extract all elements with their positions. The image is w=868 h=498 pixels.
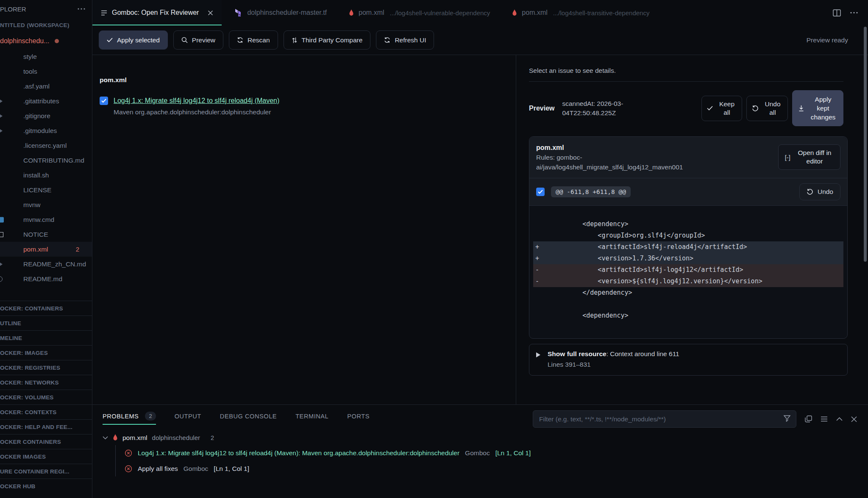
file-item[interactable]: mvnw.cmd xyxy=(0,212,92,227)
tab-pom-xml-vulnerable[interactable]: pom.xml .../log4shell-vulnerable-depende… xyxy=(340,0,498,25)
more-actions-icon[interactable] xyxy=(78,8,85,10)
tab-label: pom.xml xyxy=(522,9,547,17)
hunk-checkbox[interactable] xyxy=(536,188,545,196)
file-item[interactable]: .gitignore xyxy=(0,108,92,123)
tab-problems[interactable]: PROBLEMS 2 xyxy=(103,405,156,427)
issue-checkbox[interactable] xyxy=(100,97,108,105)
diff-line-added: + <version>1.7.36</version> xyxy=(533,253,843,264)
file-item[interactable]: LICENSE xyxy=(0,183,92,197)
problems-filter-input[interactable] xyxy=(533,410,796,428)
problem-row[interactable]: Apply all fixes Gomboc [Ln 1, Col 1] xyxy=(125,461,868,476)
file-item[interactable]: README_zh_CN.md xyxy=(0,257,92,271)
diff-card-header: pom.xml Rules: gomboc-ai/java/log4shell_… xyxy=(529,137,847,178)
split-editor-icon[interactable] xyxy=(833,9,841,17)
issues-panel: pom.xml Log4j 1.x: Migrate slf4j log4j12… xyxy=(92,55,516,404)
vscode-window: PLORER NTITLED (WORKSPACE) dolphinschedu… xyxy=(0,0,868,498)
terraform-icon xyxy=(235,9,242,17)
file-item[interactable]: CONTRIBUTING.md xyxy=(0,153,92,168)
file-icon xyxy=(0,129,3,133)
download-icon xyxy=(798,105,804,112)
list-icon xyxy=(101,10,107,16)
open-diff-in-editor-button[interactable]: [-] Open diff in editor xyxy=(778,144,840,170)
resource-context: : Context around line 611 xyxy=(606,350,679,357)
diff-line xyxy=(533,299,843,310)
view-as-list-icon[interactable] xyxy=(821,416,828,422)
file-item[interactable]: install.sh xyxy=(0,168,92,183)
ellipsis-icon[interactable] xyxy=(850,12,858,14)
section-header[interactable]: OCKER: NETWORKS xyxy=(0,375,92,390)
problem-source: Gomboc xyxy=(184,465,209,473)
third-party-compare-button[interactable]: Third Party Compare xyxy=(284,30,371,50)
explorer-sidebar: PLORER NTITLED (WORKSPACE) dolphinschedu… xyxy=(0,0,92,498)
preview-button[interactable]: Preview xyxy=(173,30,223,50)
copy-icon[interactable] xyxy=(805,415,812,423)
details-hint: Select an issue to see details. xyxy=(529,63,843,82)
section-header[interactable]: OCKER IMAGES xyxy=(0,449,92,464)
tab-gomboc-fix-reviewer[interactable]: Gomboc: Open Fix Reviewer xyxy=(92,0,222,25)
scanned-at-text: scannedAt: 2026-03-04T22:50:48.225Z xyxy=(562,99,649,118)
hunk-undo-button[interactable]: Undo xyxy=(799,183,840,200)
section-header[interactable]: URE CONTAINER REGI... xyxy=(0,464,92,479)
rescan-button[interactable]: Rescan xyxy=(229,30,278,50)
diff-line: <groupId>org.slf4j</groupId> xyxy=(533,230,843,241)
close-icon[interactable] xyxy=(208,10,213,16)
file-item[interactable]: .asf.yaml xyxy=(0,79,92,94)
section-header[interactable]: OCKER HUB xyxy=(0,479,92,493)
diff-line-added: + <artifactId>slf4j-reload4j</artifactId… xyxy=(533,241,843,253)
show-full-resource-expander[interactable]: Show full resource: Context around line … xyxy=(529,344,848,376)
fix-reviewer-toolbar: Apply selected Preview Rescan Third Part… xyxy=(92,25,868,55)
undo-all-button[interactable]: Undo all xyxy=(746,96,788,121)
hunk-header: @@ -611,8 +611,8 @@ xyxy=(551,186,631,197)
file-item[interactable]: style xyxy=(0,49,92,64)
section-header[interactable]: OCKER: HELP AND FEE... xyxy=(0,419,92,434)
file-item[interactable]: tools xyxy=(0,64,92,79)
sync-icon xyxy=(237,37,243,43)
section-header[interactable]: OCKER: IMAGES xyxy=(0,345,92,360)
section-header[interactable]: OCKER: REGISTRIES xyxy=(0,360,92,375)
check-icon xyxy=(707,106,713,111)
section-header[interactable]: OCKER: CONTEXTS xyxy=(0,404,92,419)
root-folder-item[interactable]: dolphinschedu... xyxy=(0,33,92,49)
file-item[interactable]: .licenserc.yaml xyxy=(0,138,92,153)
tab-dolphinscheduler-master-tf[interactable]: dolphinscheduler-master.tf xyxy=(227,0,335,25)
problems-file-row[interactable]: pom.xml dolphinscheduler 2 xyxy=(103,430,868,445)
tab-debug-console[interactable]: DEBUG CONSOLE xyxy=(220,413,277,420)
filter-funnel-icon[interactable] xyxy=(783,415,791,422)
problem-row[interactable]: Log4j 1.x: Migrate slf4j log4j12 to slf4… xyxy=(125,445,868,461)
tab-pom-xml-transitive[interactable]: pom.xml .../log4shell-transitive-depende… xyxy=(504,0,658,25)
problems-count-badge: 2 xyxy=(145,412,156,421)
section-header[interactable]: OCKER: CONTAINERS xyxy=(0,301,92,315)
file-item-pom-xml[interactable]: pom.xml2 xyxy=(0,242,92,257)
section-header[interactable]: UTLINE xyxy=(0,315,92,330)
section-header[interactable]: OCKER CONTAINERS xyxy=(0,434,92,449)
tab-label: Gomboc: Open Fix Reviewer xyxy=(112,9,199,17)
keep-all-button[interactable]: Keep all xyxy=(701,96,742,121)
file-item[interactable]: mvnw xyxy=(0,197,92,212)
file-item[interactable]: README.md xyxy=(0,271,92,286)
close-panel-icon[interactable] xyxy=(851,416,857,422)
refresh-ui-button[interactable]: Refresh UI xyxy=(376,30,434,50)
apply-kept-changes-button[interactable]: Apply kept changes xyxy=(792,90,843,126)
section-header[interactable]: OCKER: VOLUMES xyxy=(0,390,92,404)
diff-brackets-icon: [-] xyxy=(785,154,790,161)
error-icon xyxy=(125,465,132,473)
workspace-header[interactable]: NTITLED (WORKSPACE) xyxy=(0,18,92,33)
file-item[interactable]: NOTICE xyxy=(0,227,92,242)
file-icon xyxy=(0,217,4,222)
tab-terminal[interactable]: TERMINAL xyxy=(295,413,328,420)
flame-icon xyxy=(512,9,517,17)
tab-ports[interactable]: PORTS xyxy=(347,413,370,420)
issue-link[interactable]: Log4j 1.x: Migrate slf4j log4j12 to slf4… xyxy=(114,97,279,105)
section-header[interactable]: MELINE xyxy=(0,330,92,345)
chevron-up-icon[interactable] xyxy=(836,417,843,421)
file-item[interactable]: .gitmodules xyxy=(0,123,92,138)
file-icon xyxy=(0,263,3,266)
file-icon xyxy=(0,114,3,118)
file-item[interactable]: .gitattributes xyxy=(0,94,92,108)
issue-row: Log4j 1.x: Migrate slf4j log4j12 to slf4… xyxy=(100,97,516,105)
scrollbar-thumb[interactable] xyxy=(864,27,867,262)
apply-selected-button[interactable]: Apply selected xyxy=(99,30,168,50)
preview-row: Preview scannedAt: 2026-03-04T22:50:48.2… xyxy=(529,90,843,126)
tab-output[interactable]: OUTPUT xyxy=(175,413,201,420)
file-tree: style tools .asf.yaml .gitattributes .gi… xyxy=(0,49,92,286)
